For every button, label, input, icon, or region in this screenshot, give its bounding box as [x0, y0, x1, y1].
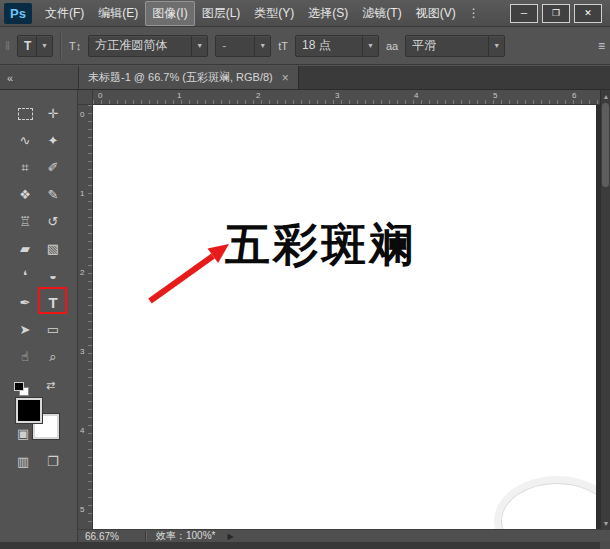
hand-tool[interactable]: ☝ — [11, 343, 39, 370]
standard-screen-icon[interactable]: ▥ — [17, 454, 29, 469]
default-colors-icon[interactable] — [14, 382, 30, 396]
font-style-select[interactable]: - ▼ — [215, 35, 271, 57]
status-menu-arrow-icon[interactable]: ▶ — [227, 532, 233, 541]
tool-options-bar: ‖ T ▼ T↕ 方正准圆简体 ▼ - ▼ tT 18 点 ▼ aa 平滑 ▼ … — [0, 27, 610, 65]
font-family-select[interactable]: 方正准圆简体 ▼ — [88, 35, 208, 57]
menu-image[interactable]: 图像(I) — [145, 1, 194, 26]
menu-type[interactable]: 类型(Y) — [247, 1, 301, 26]
hand-icon: ☝ — [21, 349, 29, 364]
collapse-panel-icon[interactable]: « — [0, 72, 12, 84]
status-bar: 66.67% 效率：100%* ▶ — [78, 529, 610, 542]
shape-icon: ▭ — [47, 322, 59, 337]
vertical-ruler: 0 1 2 3 4 5 — [78, 105, 93, 529]
status-divider — [145, 531, 147, 542]
zoom-tool[interactable]: ⌕ — [39, 343, 67, 370]
blur-tool[interactable]: ❛ — [11, 262, 39, 289]
font-size-select[interactable]: 18 点 ▼ — [295, 35, 379, 57]
path-selection-tool[interactable]: ➤ — [11, 316, 39, 343]
chevron-down-icon: ▼ — [191, 36, 207, 56]
close-button[interactable]: ✕ — [574, 4, 602, 23]
ruler-tick: 3 — [335, 91, 339, 100]
efficiency-indicator: 效率：100%* — [156, 529, 215, 543]
move-icon: ✛ — [48, 106, 59, 121]
healing-icon: ❖ — [19, 187, 31, 202]
photoshop-window: Ps 文件(F) 编辑(E) 图像(I) 图层(L) 类型(Y) 选择(S) 滤… — [0, 0, 610, 549]
full-screen-icon[interactable]: ❐ — [47, 454, 59, 469]
horizontal-scrollbar[interactable] — [0, 542, 610, 549]
chevron-down-icon: ▼ — [254, 36, 270, 56]
chevron-down-icon: ▼ — [36, 36, 52, 56]
maximize-button[interactable]: ❐ — [542, 4, 570, 23]
menu-view[interactable]: 视图(V) — [409, 1, 463, 26]
tool-grid: ✛ ∿ ✦ ⌗ ✐ ❖ ✎ ♖ ↺ ▰ ▧ ❛ ◒ ✒ T ➤ ▭ ☝ ⌕ — [11, 100, 67, 370]
clone-stamp-tool[interactable]: ♖ — [11, 208, 39, 235]
foreground-color-swatch[interactable] — [16, 398, 42, 423]
ruler-tick: 2 — [256, 91, 260, 100]
document-tab[interactable]: 未标题-1 @ 66.7% (五彩斑斓, RGB/8) × — [79, 66, 299, 89]
ruler-tick: 3 — [80, 347, 84, 356]
gradient-icon: ▧ — [47, 241, 59, 256]
menu-bar: Ps 文件(F) 编辑(E) 图像(I) 图层(L) 类型(Y) 选择(S) 滤… — [0, 0, 610, 27]
eyedropper-tool[interactable]: ✐ — [39, 154, 67, 181]
scrollbar-thumb[interactable] — [602, 103, 609, 187]
menu-layer[interactable]: 图层(L) — [195, 1, 248, 26]
options-separator — [60, 33, 62, 59]
ruler-tick: 1 — [80, 189, 84, 198]
horizontal-ruler: 0 1 2 3 4 5 6 — [93, 90, 600, 105]
ruler-tick: 4 — [414, 91, 418, 100]
watermark-circle — [501, 483, 596, 529]
scroll-down-icon[interactable]: ▼ — [601, 517, 610, 529]
canvas-text-layer[interactable]: 五彩斑斓 — [225, 215, 417, 275]
window-controls: ─ ❐ ✕ — [510, 4, 602, 23]
zoom-icon: ⌕ — [49, 349, 56, 365]
document-tab-bar: « 未标题-1 @ 66.7% (五彩斑斓, RGB/8) × — [0, 66, 610, 90]
quick-mask-button[interactable]: ▣ — [17, 426, 29, 441]
brush-tool[interactable]: ✎ — [39, 181, 67, 208]
menu-overflow-icon[interactable]: ⋮ — [463, 6, 485, 20]
menu-file[interactable]: 文件(F) — [38, 1, 91, 26]
font-style-value: - — [216, 39, 254, 53]
minimize-button[interactable]: ─ — [510, 4, 538, 23]
history-brush-tool[interactable]: ↺ — [39, 208, 67, 235]
tools-panel: ✛ ∿ ✦ ⌗ ✐ ❖ ✎ ♖ ↺ ▰ ▧ ❛ ◒ ✒ T ➤ ▭ ☝ ⌕ ⇄ … — [0, 90, 78, 542]
spot-healing-brush-tool[interactable]: ❖ — [11, 181, 39, 208]
font-family-value: 方正准圆简体 — [89, 37, 191, 54]
quick-selection-tool[interactable]: ✦ — [39, 127, 67, 154]
shape-tool[interactable]: ▭ — [39, 316, 67, 343]
tool-preset-picker[interactable]: T ▼ — [17, 35, 53, 57]
menu-edit[interactable]: 编辑(E) — [91, 1, 145, 26]
switch-colors-icon[interactable]: ⇄ — [46, 379, 55, 392]
eraser-tool[interactable]: ▰ — [11, 235, 39, 262]
dodge-icon: ◒ — [49, 268, 57, 283]
menu-filter[interactable]: 滤镜(T) — [355, 1, 408, 26]
type-tool-highlight-annotation — [38, 287, 67, 314]
ruler-corner — [78, 90, 93, 105]
scroll-up-icon[interactable]: ▲ — [601, 90, 610, 102]
grip-icon: ‖ — [5, 39, 10, 53]
lasso-tool[interactable]: ∿ — [11, 127, 39, 154]
marquee-icon — [18, 108, 33, 120]
vertical-scrollbar[interactable]: ▲ ▼ — [600, 90, 610, 529]
ruler-tick: 6 — [572, 91, 576, 100]
move-tool[interactable]: ✛ — [39, 100, 67, 127]
ruler-tick: 5 — [493, 91, 497, 100]
menu-select[interactable]: 选择(S) — [301, 1, 355, 26]
toggle-text-orientation-icon[interactable]: T↕ — [69, 40, 81, 52]
ruler-tick: 0 — [98, 91, 102, 100]
anti-alias-select[interactable]: 平滑 ▼ — [405, 35, 505, 57]
anti-alias-icon: aa — [386, 40, 398, 52]
tab-close-icon[interactable]: × — [282, 71, 289, 85]
rectangular-marquee-tool[interactable] — [11, 100, 39, 127]
pen-tool[interactable]: ✒ — [11, 289, 39, 316]
clone-stamp-icon: ♖ — [19, 214, 31, 229]
gradient-tool[interactable]: ▧ — [39, 235, 67, 262]
crop-tool[interactable]: ⌗ — [11, 154, 39, 181]
red-arrow-annotation — [93, 105, 596, 529]
dodge-tool[interactable]: ◒ — [39, 262, 67, 289]
crop-icon: ⌗ — [21, 160, 28, 176]
zoom-level-field[interactable]: 66.67% — [78, 531, 136, 542]
font-size-value: 18 点 — [296, 37, 362, 54]
quick-selection-icon: ✦ — [48, 133, 59, 148]
document-canvas[interactable]: 五彩斑斓 — [93, 105, 596, 529]
panel-toggle-icon[interactable]: ≡ — [598, 39, 605, 53]
